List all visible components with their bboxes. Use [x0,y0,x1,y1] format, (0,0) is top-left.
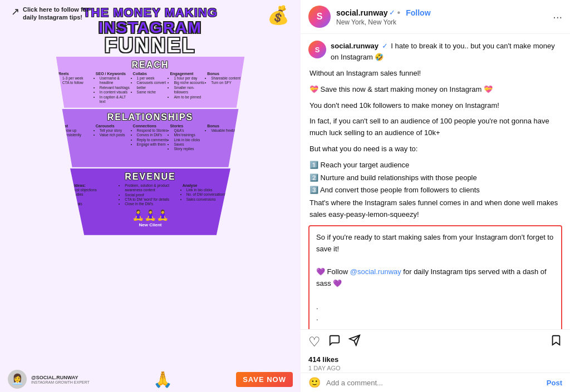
highlight-dots3: . [316,324,554,329]
ig-highlight-box: So if you're ready to start making sales… [308,225,562,329]
comment-button[interactable] [328,334,341,350]
comment-input[interactable] [326,379,541,387]
ig-post-header: S social.runway ✓ I hate to break it to … [308,41,562,62]
relationships-section: Content Ideas: Myth busting Micro-topic … [50,109,250,167]
bottom-bar: 👩‍💼 @SOCIAL.RUNWAY INSTAGRAM GROWTH EXPE… [0,366,301,392]
reach-col-bonus: Bonus Shareable content Turn on SFY [207,72,242,105]
ig-body-text: Without an Instagram sales funnel! 💝 Sav… [308,68,562,221]
reach-col-collabs: Collabs 1 per week Carousels convert bet… [133,72,168,105]
profile-avatar: S [308,6,331,28]
body-p9: That's where the Instagram sales funnel … [309,197,561,221]
body-p7: 2️⃣ Nurture and build relationships with… [309,172,561,184]
emoji-button[interactable]: 🙂 [308,376,321,389]
save-now-button[interactable]: SAVE NOW [236,372,293,387]
follow-button[interactable]: Follow [406,8,430,17]
reach-col-reels: Reels 1-3 per week CTA to follow [58,72,94,105]
top-tip: ↗ Click here to follow for daily Instagr… [11,6,101,22]
caption-username: social.runway [331,42,379,50]
header-info: social.runway ✓ • Follow New York, New Y… [336,8,431,26]
ig-caption-area[interactable]: S social.runway ✓ I hate to break it to … [301,34,570,329]
left-panel: ↗ Click here to follow for daily Instagr… [0,0,301,392]
reach-col-seo: SEO / Keywords Username & headline Relev… [96,72,131,105]
bookmark-button[interactable] [550,334,562,350]
highlight-line2: 💜 Follow @social.runway for daily Instag… [316,266,554,290]
reach-left-annotation: Content Ideas: How to's Infographics Edu… [3,61,48,81]
caption-verified: ✓ [382,42,388,50]
heart-button[interactable]: ♡ [308,334,321,350]
new-client-label: New Client [58,222,242,227]
more-options-button[interactable]: ··· [553,11,562,23]
verified-icon: ✓ [389,8,395,17]
ig-username: social.runway [336,8,388,17]
body-p2: 💝 Save this now & start making money on … [309,84,561,96]
bottom-left: 👩‍💼 @SOCIAL.RUNWAY INSTAGRAM GROWTH EXPE… [8,370,90,389]
body-p3: You don't need 10k followers to make mon… [309,100,561,112]
post-avatar: S [308,41,326,58]
ig-likes-area: 414 likes 1 DAY AGO [301,354,570,373]
ig-timeago: 1 DAY AGO [308,365,562,371]
money-bag-icon: 💰 [267,4,289,26]
right-panel: S social.runway ✓ • Follow New York, New… [301,0,570,392]
revenue-section: REVENUE Content Ideas: FAQ / bust object… [50,168,250,235]
rel-col-connections: Connections Respond to Stories Convos in… [133,124,168,152]
ig-caption-text: social.runway ✓ I hate to break it to yo… [331,41,562,62]
body-p1: Without an Instagram sales funnel! [309,68,561,80]
ig-actions: ♡ [301,329,570,354]
post-comment-button[interactable]: Post [547,379,562,387]
reach-cols: Reels 1-3 per week CTA to follow SEO / K… [58,72,242,105]
revenue-label: REVENUE [58,172,242,182]
rel-col-stories: Stories Q&A's Mini trainings Link in bio… [170,124,205,152]
rel-col-bonus: Bonus Valuable freebie [207,124,242,152]
body-p6: 1️⃣ Reach your target audience [309,160,561,171]
bottom-handle: @SOCIAL.RUNWAY [31,375,90,380]
rel-col-trust: Trust Show up consistently [58,124,94,152]
bottom-avatar: 👩‍💼 [8,370,27,389]
social-runway-link[interactable]: @social.runway [350,267,401,276]
highlight-dots2: . [316,312,554,324]
bottom-subtitle: INSTAGRAM GROWTH EXPERT [31,380,90,384]
prayer-emoji: 🙏 [153,370,173,389]
reach-label: REACH [58,60,242,70]
rev-col-content: Content Ideas: FAQ / bust objections Cas… [58,183,118,207]
arrow-icon: ↗ [11,6,19,18]
ig-comment-area[interactable]: 🙂 Post [301,373,570,392]
body-p8: 3️⃣ And convert those people from follow… [309,185,561,196]
rel-col-carousels: Carousels Tell your story Value rich pos… [96,124,131,152]
bottom-info: @SOCIAL.RUNWAY INSTAGRAM GROWTH EXPERT [31,375,90,384]
title-line3: FUNNEL [11,36,289,56]
body-p5: But what you do need is a way to: [309,143,561,155]
ig-location: New York, New York [336,18,431,26]
relationships-label: RELATIONSHIPS [58,112,242,122]
rev-col-main: Problem, solution & product awareness co… [120,183,180,207]
revenue-cols: Content Ideas: FAQ / bust objections Cas… [58,183,242,207]
relationships-left-annotation: Content Ideas: Myth busting Micro-topic … [3,113,48,137]
reach-left-title: Content Ideas: [3,62,30,66]
reach-section: Content Ideas: How to's Infographics Edu… [50,57,250,108]
reach-right-title: Analyse [252,62,267,66]
header-dot: • [397,8,401,18]
highlight-dots: . [316,301,554,313]
relationships-cols: Trust Show up consistently Carousels Tel… [58,124,242,152]
revenue-emojis: 🧘‍♀️🧘‍♀️🧘‍♀️ [58,209,242,221]
highlight-line1: So if you're ready to start making sales… [316,232,554,255]
ig-likes-count: 414 likes [308,355,562,364]
body-p4: In fact, if you can't sell to an audienc… [309,116,561,139]
reach-right-annotation: Analyse Profile visits Non-follower Reac… [252,61,298,81]
reach-col-engagement: Engagement 1 hour per day Big niche acco… [170,72,205,105]
funnel-wrapper: Content Ideas: How to's Infographics Edu… [0,57,301,235]
rev-col-analyse: Analyse Link in bio clicks No. of DM con… [183,183,242,207]
relationships-right-annotation: Analyse Follow Conversion Rate Link in b… [252,113,298,137]
share-button[interactable] [348,334,361,350]
tip-text: Click here to follow for daily Instagram… [23,6,101,22]
title-line2: INSTAGRAM [11,20,289,36]
ig-header: S social.runway ✓ • Follow New York, New… [301,0,570,34]
